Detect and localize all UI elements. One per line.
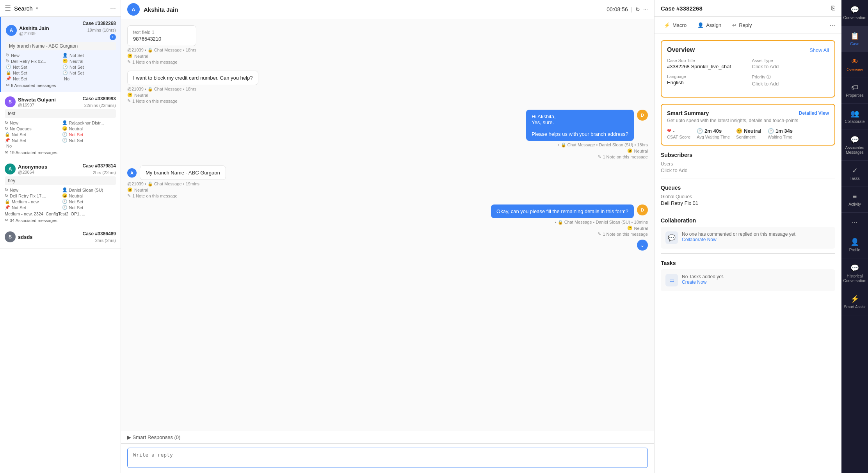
csat-stat: ❤- CSAT Score [667,128,690,139]
collaboration-box: 💬 No one has commented or replied on thi… [661,227,835,249]
menu-icon[interactable]: ☰ [5,4,11,12]
msg-meta: @21039 • 🔒 Chat Message • 18hrs [127,87,258,92]
sentiment-stat: 😊Neutral Sentiment [736,128,761,139]
avatar: A [6,25,17,36]
user-name: sdsds [18,234,33,240]
macro-button[interactable]: ⚡ Macro [661,21,690,30]
sidebar-item-associated-messages[interactable]: 💬 Associated Messages [841,130,868,161]
case-meta-item: 🕐Not Set [62,199,116,204]
sidebar-item-collaborate[interactable]: 👥 Collaborate [841,104,868,130]
msg-note: ✎1 Note on this message [127,98,258,103]
avatar: S [5,231,16,242]
collaboration-content: No one has commented or replied on this … [682,231,797,242]
properties-icon: 🏷 [851,84,858,92]
sidebar-item-smart-assist[interactable]: ⚡ Smart Assist [841,289,868,315]
sidebar-item-label: Activity [848,202,861,207]
msg-user-row: A My branch Name - ABC Gurgaon [127,165,226,180]
refresh-icon[interactable]: ↻ [635,6,640,12]
collaboration-title: Collaboration [661,217,835,224]
case-list-more-icon[interactable]: ··· [110,4,116,12]
chat-more-icon[interactable]: ··· [643,6,648,12]
reply-button[interactable]: ↩ Reply [729,21,755,30]
wait-time-value: 🕐1m 34s [768,128,793,134]
msg-sentiment: 😐Neutral [127,187,226,192]
wait-time-label: Waiting Time [768,135,793,139]
case-snippet: test [5,109,116,118]
case-meta: ↻New 👤Daniel Sloan (SU) ↻Dell Retry Fix … [5,187,116,210]
msg-meta: @21039 • 🔒 Chat Message • 19mins [127,181,226,187]
msg-label: text field 1 [133,30,190,35]
chat-header-timer: 00:08:56 | ↻ ··· [607,6,648,12]
asset-type-value[interactable]: Click to Add [752,64,829,69]
assign-button[interactable]: 👤 Assign [694,21,724,30]
scroll-down-button[interactable]: ⌄ [637,240,648,251]
priority-value[interactable]: Click to Add [752,81,829,87]
smart-assist-icon: ⚡ [850,295,859,303]
sidebar-item-label: Smart Assist [844,305,866,309]
sidebar-item-conversation[interactable]: 💬 Conversation [841,0,868,26]
right-panel: Case #3382268 ⎘ ⚡ Macro 👤 Assign ↩ Reply… [654,0,841,473]
avg-wait-label: Avg Waiting Time [697,135,730,139]
user-name: Anonymous [18,164,47,170]
case-meta-item: ↻New [5,187,59,192]
collaborate-now-button[interactable]: Collaborate Now [682,237,797,242]
divider [661,253,835,254]
actions-more-icon[interactable]: ··· [829,21,835,29]
avg-wait-value: 🕐2m 40s [697,128,730,134]
sidebar-item-tasks[interactable]: ✓ Tasks [841,161,868,187]
subscribers-users-value[interactable]: Click to Add [661,167,835,173]
sidebar-item-overview[interactable]: 👁 Overview [841,52,868,78]
case-subtitle-value: #3382268 Sprinklr_live_chat [667,64,744,69]
overview-title: Overview [667,46,695,53]
csat-label: CSAT Score [667,135,690,139]
timer-value: 00:08:56 [607,6,628,12]
message-bubble: I want to block my credit card number. C… [127,71,258,85]
show-all-button[interactable]: Show All [809,47,829,53]
sidebar-item-historical-conversation[interactable]: 💬 Historical Conversation [841,258,868,289]
smart-summary-desc: Get upto speed with the latest insights,… [667,118,829,123]
agent-avatar: D [637,110,648,121]
case-tag: Medium - new, 2324, ConfigTest2_OP1, ... [5,212,116,216]
sidebar-item-profile[interactable]: 👤 Profile [841,232,868,258]
case-id: Case #3382268 [83,21,116,26]
global-queues-label: Global Queues [661,194,835,199]
share-icon[interactable]: ⎘ [831,5,835,12]
case-meta-item: 🕐Not Set [62,138,116,143]
case-meta: ↻New 👤Rajasekhar Distr... ↻No Queues 😐Ne… [5,120,116,148]
activity-icon: ≡ [853,192,857,201]
smart-summary-label: Smart Summary [667,110,709,116]
case-item[interactable]: A Akshita Jain @21039 Case #3382268 19mi… [0,17,121,92]
msg-note: ✎1 Note on this message [526,154,648,159]
sidebar-item-label: Associated Messages [843,146,866,155]
sidebar-item-case[interactable]: 📋 Case [841,26,868,52]
case-time: 22mins (22mins) [84,103,116,108]
chat-header-name: Akshita Jain [144,6,178,13]
overview-section-header: Overview Show All [667,46,829,53]
queues-field: Global Queues Dell Retry Fix 01 [661,194,835,206]
case-item[interactable]: S Shweta Gulyani @16907 Case #3389993 22… [0,92,121,159]
more-icon: ··· [852,218,857,226]
chat-input-area [121,443,654,473]
case-time: 2hrs (2hrs) [95,238,116,243]
smart-responses-toggle[interactable]: ▶ Smart Responses (0) [121,431,654,443]
sidebar-item-label: Case [850,42,859,46]
collaboration-icon: 💬 [665,231,678,244]
case-meta-item: ↻New [6,53,59,58]
sidebar-item-activity[interactable]: ≡ Activity [841,187,868,213]
sidebar-item-label: Conversation [843,16,866,20]
collaborate-icon: 👥 [850,109,859,118]
sidebar-item-more[interactable]: ··· [841,213,868,232]
create-now-button[interactable]: Create Now [682,279,724,285]
case-item[interactable]: S sdsds Case #3386489 2hrs (2hrs) [0,227,121,249]
msg-sentiment: 😐Neutral [491,226,648,231]
case-item[interactable]: A Anonymous @20864 Case #3379814 2hrs (2… [0,159,121,227]
chat-input[interactable] [127,448,648,468]
language-field: Language English [667,74,744,87]
divider [661,211,835,211]
reply-label: Reply [739,22,752,28]
detailed-view-button[interactable]: Detailed View [799,110,829,116]
case-meta-item: 🕐Not Set [62,64,116,69]
case-meta-item: 📌Not Set [6,76,59,81]
sidebar-item-properties[interactable]: 🏷 Properties [841,78,868,104]
case-snippet: hey [5,176,116,185]
